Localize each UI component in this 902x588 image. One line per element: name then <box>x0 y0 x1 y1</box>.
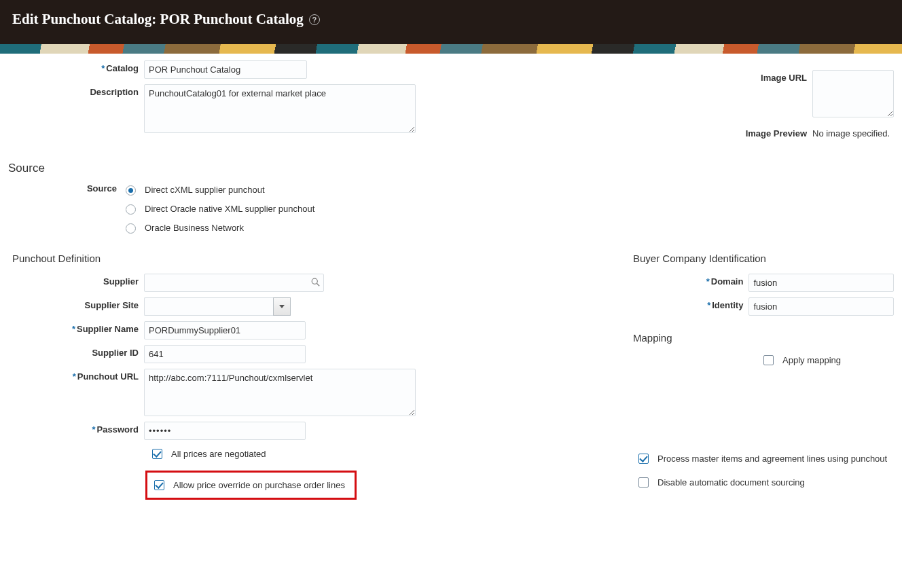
help-icon[interactable]: ? <box>309 14 320 25</box>
punchout-def-title: Punchout Definition <box>12 253 422 264</box>
supplier-input[interactable] <box>144 274 324 292</box>
punchout-url-label: Punchout URL <box>77 371 139 382</box>
domain-input[interactable] <box>748 274 894 292</box>
supplier-id-label: Supplier ID <box>92 348 139 358</box>
image-preview-label: Image Preview <box>746 128 807 139</box>
chevron-down-icon <box>279 305 285 308</box>
page-title: Edit Punchout Catalog: POR Punchout Cata… <box>12 11 890 28</box>
catalog-input[interactable] <box>144 60 307 79</box>
all-prices-negotiated-label: All prices are negotiated <box>171 449 266 459</box>
all-prices-negotiated-checkbox[interactable] <box>152 449 162 459</box>
svg-line-1 <box>317 283 320 286</box>
identity-label: Identity <box>712 300 743 310</box>
source-radio-cxml[interactable] <box>126 185 136 196</box>
disable-sourcing-label: Disable automatic document sourcing <box>657 477 805 488</box>
page-content: *Catalog Description PunchoutCatalog01 f… <box>0 54 902 526</box>
punchout-url-textarea[interactable]: http://abc.com:7111/Punchout/cxmlservlet <box>144 369 416 416</box>
mapping-section-title: Mapping <box>633 332 894 344</box>
disable-sourcing-checkbox[interactable] <box>638 477 649 488</box>
source-radio-native-xml[interactable] <box>126 204 136 215</box>
highlight-box: Allow price override on purchase order l… <box>145 471 357 500</box>
decorative-ribbon <box>0 44 902 54</box>
supplier-site-input[interactable] <box>144 297 273 316</box>
source-option-1: Direct Oracle native XML supplier puncho… <box>145 204 314 214</box>
password-input[interactable] <box>144 422 306 440</box>
apply-mapping-label: Apply mapping <box>782 355 841 365</box>
allow-price-override-checkbox[interactable] <box>154 480 164 490</box>
identity-input[interactable] <box>748 297 894 316</box>
image-url-label: Image URL <box>761 73 807 83</box>
allow-price-override-label: Allow price override on purchase order l… <box>173 480 345 490</box>
password-label: Password <box>97 424 139 435</box>
search-icon[interactable] <box>311 278 320 289</box>
image-preview-value: No image specified. <box>812 126 890 139</box>
supplier-label: Supplier <box>103 276 139 287</box>
catalog-label: Catalog <box>106 63 139 73</box>
domain-label: Domain <box>711 276 744 287</box>
apply-mapping-checkbox[interactable] <box>763 355 774 365</box>
supplier-site-dropdown-button[interactable] <box>273 297 291 316</box>
process-master-checkbox[interactable] <box>638 454 649 464</box>
page-title-text: Edit Punchout Catalog: POR Punchout Cata… <box>12 11 304 28</box>
description-textarea[interactable]: PunchoutCatalog01 for external market pl… <box>144 84 416 133</box>
supplier-site-label: Supplier Site <box>85 300 139 310</box>
image-url-textarea[interactable] <box>812 70 894 117</box>
description-label: Description <box>90 87 139 97</box>
source-label: Source <box>87 183 117 194</box>
buyer-section-title: Buyer Company Identification <box>633 253 894 264</box>
supplier-name-input[interactable] <box>144 321 306 339</box>
page-header: Edit Punchout Catalog: POR Punchout Cata… <box>0 0 902 44</box>
source-section-title: Source <box>8 162 894 175</box>
process-master-label: Process master items and agreement lines… <box>657 454 887 464</box>
svg-point-0 <box>312 278 317 284</box>
supplier-id-input[interactable] <box>144 345 306 363</box>
source-radio-obn[interactable] <box>126 223 136 234</box>
source-option-0: Direct cXML supplier punchout <box>145 185 265 195</box>
supplier-name-label: Supplier Name <box>77 324 139 334</box>
source-option-2: Oracle Business Network <box>145 223 244 233</box>
